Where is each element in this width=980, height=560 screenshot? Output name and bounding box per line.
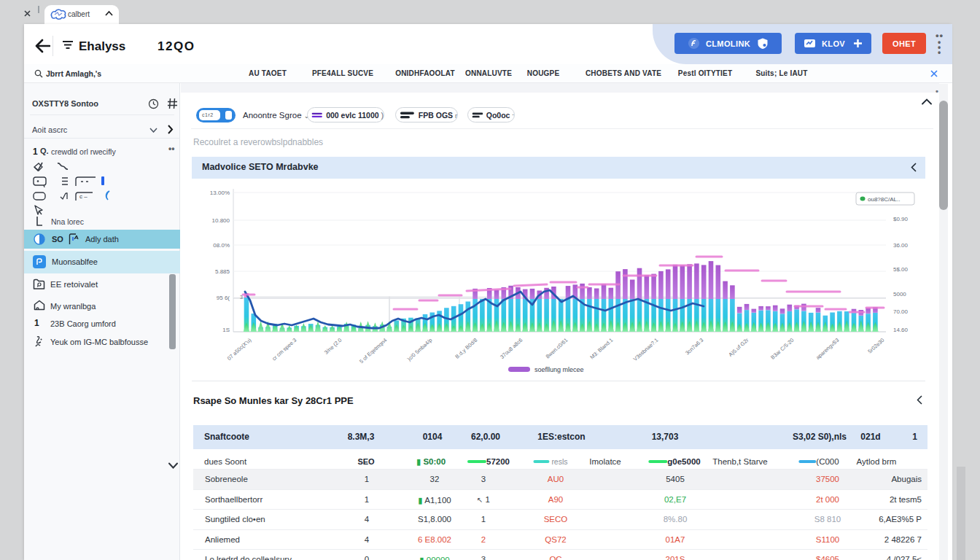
svg-text:5 of Eqetmqn4: 5 of Eqetmqn4 [358,337,388,365]
svg-text:95 6(: 95 6( [217,295,230,301]
svg-text:14.60: 14.60 [893,327,909,333]
svg-text:B.d,y B0d/8: B.d,y B0d/8 [454,337,478,360]
svg-text:5$.00: 5$.00 [893,266,909,273]
svg-text:3: 3 [240,295,243,300]
svg-text:$0.90: $0.90 [893,216,909,222]
svg-text:36.00: 36.00 [893,242,909,249]
svg-text:soefllung mlecee: soefllung mlecee [534,366,584,373]
svg-text:70.00: 70.00 [893,308,909,315]
svg-text:M3: Bland.1: M3: Bland.1 [588,337,614,361]
svg-text:5000: 5000 [893,291,906,298]
svg-text:aparengvS3: aparengvS3 [814,337,840,361]
svg-text:37ou8 a8c6: 37ou8 a8c6 [499,337,524,360]
svg-text:3/ne (2.0: 3/ne (2.0 [323,337,343,356]
svg-text:8wen.c0/61: 8wen.c0/61 [545,337,569,360]
svg-text:10.800: 10.800 [212,217,230,224]
svg-text:)c/0 5mba4/p: )c/0 5mba4/p [406,337,434,362]
svg-text:5r02e30: 5r02e30 [866,337,885,355]
svg-text:13.00%: 13.00% [210,190,230,196]
svg-text:3cn7a6.3: 3cn7a6.3 [684,337,704,357]
svg-text:1S: 1S [222,327,230,333]
svg-text:c –: c – [79,193,88,200]
svg-text:V3ssbnae?.1: V3ssbnae?.1 [632,337,660,362]
svg-text:5.885: 5.885 [215,268,230,275]
svg-text:cr cm spee.3: cr cm spee.3 [271,337,298,362]
svg-text:A)5.uf G2r: A)5.uf G2r [727,336,750,358]
svg-text:ou8?8C/AL..: ou8?8C/AL.. [868,196,900,203]
svg-text:08.0%: 08.0% [213,242,230,249]
svg-text:07 a50c(X'u): 07 a50c(X'u) [226,337,253,362]
svg-text:B3ar C/5-20: B3ar C/5-20 [769,337,795,361]
